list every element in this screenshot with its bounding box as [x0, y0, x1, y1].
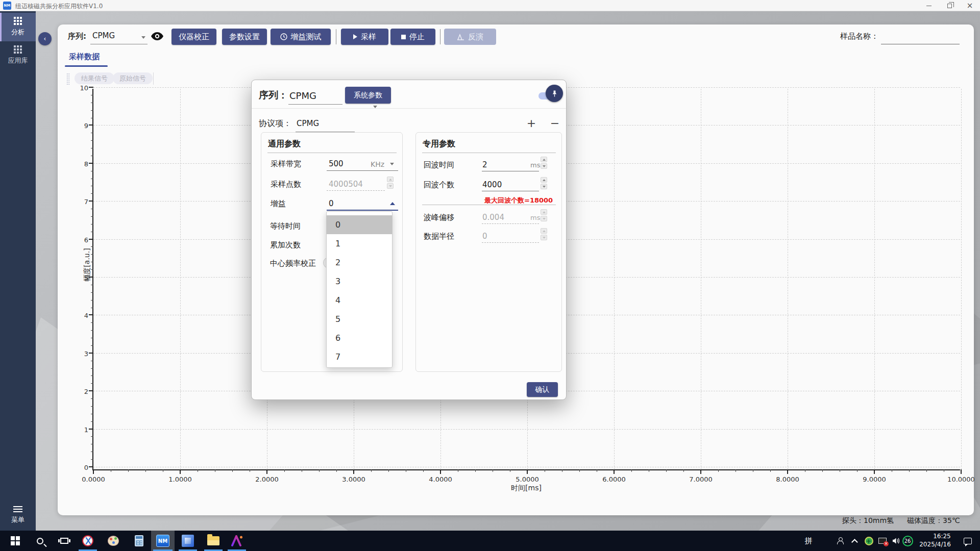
- protocol-label: 协议项：: [259, 118, 291, 129]
- gain-option-6[interactable]: 6: [327, 329, 392, 347]
- people-icon[interactable]: [832, 531, 848, 551]
- chevron-up-icon: [851, 539, 858, 545]
- y-minor-tick: [91, 383, 93, 384]
- battery-percent: 26: [902, 536, 913, 546]
- minimize-button[interactable]: [919, 0, 939, 11]
- sidebar-item-library[interactable]: 应用库: [0, 41, 36, 70]
- taskbar-clock[interactable]: 16:252025/4/16: [917, 531, 953, 551]
- search-button[interactable]: [29, 531, 51, 551]
- chevron-down-icon: [390, 163, 394, 165]
- nm-app-button[interactable]: NM: [151, 531, 175, 551]
- chevron-down-icon: [141, 36, 145, 39]
- network-tray-icon[interactable]: [875, 531, 890, 551]
- remote-app-button[interactable]: [177, 531, 199, 551]
- echo-count-spinner[interactable]: [541, 177, 547, 189]
- gain-option-5[interactable]: 5: [327, 310, 392, 329]
- x-tick-label: 9.0000: [863, 475, 886, 483]
- snipping-tool-icon: [82, 535, 93, 546]
- ai-app-button[interactable]: [226, 531, 248, 551]
- sample-button[interactable]: 采样: [341, 29, 388, 45]
- task-view-icon: [60, 538, 68, 544]
- echo-count-input[interactable]: 4000: [482, 180, 502, 189]
- y-minor-tick: [91, 414, 93, 414]
- network-glyph: [878, 538, 887, 544]
- action-center-button[interactable]: [958, 531, 978, 551]
- y-minor-tick: [91, 269, 93, 270]
- x-minor-tick: [475, 469, 476, 472]
- peak-curve-icon: [457, 34, 464, 40]
- dialog-header: 序列： CPMG 系统参数: [252, 80, 566, 109]
- close-button[interactable]: ×: [960, 0, 980, 11]
- bandwidth-input[interactable]: 500: [329, 159, 344, 168]
- y-tick-mark: [89, 163, 93, 164]
- ime-indicator[interactable]: 拼: [800, 531, 817, 551]
- bandwidth-unit-select[interactable]: KHz: [371, 160, 384, 168]
- pin-button[interactable]: [546, 85, 563, 102]
- gain-dropdown-list: 01234567: [326, 211, 393, 368]
- system-params-button[interactable]: 系统参数: [345, 87, 391, 104]
- toolbar-divider: [440, 29, 440, 44]
- spin-down-icon: [541, 163, 547, 169]
- gain-option-2[interactable]: 2: [327, 253, 392, 272]
- parameter-settings-button[interactable]: 参数设置: [222, 29, 267, 45]
- y-minor-tick: [91, 254, 93, 255]
- x-tick-mark: [787, 469, 788, 474]
- sidebar-collapse-button[interactable]: ‹: [38, 32, 52, 45]
- calculator-button[interactable]: [128, 531, 150, 551]
- y-minor-tick: [91, 232, 93, 232]
- instrument-calibration-button[interactable]: 仪器校正: [172, 29, 216, 45]
- folder-icon: [207, 536, 219, 545]
- remove-protocol-button[interactable]: −: [549, 117, 561, 130]
- gain-option-7[interactable]: 7: [327, 347, 392, 366]
- eye-icon[interactable]: [151, 31, 163, 41]
- tab-sampling-data[interactable]: 采样数据: [69, 52, 100, 62]
- gain-test-button[interactable]: 增益测试: [271, 29, 331, 45]
- snipping-tool-button[interactable]: [77, 531, 99, 551]
- app-logo-icon: NM: [3, 2, 11, 10]
- add-protocol-button[interactable]: +: [525, 117, 537, 130]
- drag-handle-dots[interactable]: [66, 73, 70, 85]
- x-tick-mark: [440, 469, 441, 474]
- sidebar-menu[interactable]: 菜单: [0, 506, 36, 524]
- peak-offset-input: 0.004: [482, 213, 504, 222]
- wait-time-label: 等待时间: [270, 221, 301, 231]
- gain-option-0[interactable]: 0: [327, 215, 392, 234]
- raw-signal-button[interactable]: 原始信号: [113, 72, 153, 84]
- tray-expand-button[interactable]: [848, 531, 863, 551]
- chevron-down-icon: [373, 106, 377, 108]
- clock-icon: [280, 33, 287, 40]
- echo-time-input[interactable]: 2: [482, 160, 487, 169]
- antivirus-tray-icon[interactable]: [862, 531, 876, 551]
- gain-select[interactable]: 0: [329, 199, 334, 208]
- sample-name-input[interactable]: [881, 44, 960, 44]
- restore-button[interactable]: [939, 0, 960, 11]
- echo-time-spinner[interactable]: [541, 157, 547, 169]
- dialog-sequence-select[interactable]: CPMG: [288, 87, 342, 105]
- gain-option-3[interactable]: 3: [327, 272, 392, 291]
- y-minor-tick: [91, 285, 93, 285]
- confirm-button[interactable]: 确认: [527, 382, 558, 397]
- protocol-select[interactable]: CPMG: [296, 118, 355, 132]
- paint-button[interactable]: [102, 531, 125, 551]
- x-gridline: [701, 89, 701, 469]
- gain-option-4[interactable]: 4: [327, 291, 392, 310]
- clock-time: 16:25: [919, 533, 951, 541]
- sequence-select[interactable]: CPMG: [90, 31, 148, 44]
- y-tick-mark: [89, 353, 93, 354]
- sidebar-item-analysis[interactable]: 分析: [0, 13, 36, 41]
- gain-option-1[interactable]: 1: [327, 234, 392, 253]
- start-button[interactable]: [4, 531, 27, 551]
- result-signal-button[interactable]: 结果信号: [75, 72, 114, 84]
- y-tick-mark: [89, 429, 93, 430]
- x-tick-mark: [874, 469, 875, 474]
- y-tick-mark: [89, 314, 93, 315]
- inversion-button[interactable]: 反演: [444, 29, 496, 45]
- stop-button[interactable]: 停止: [390, 29, 435, 45]
- task-view-button[interactable]: [53, 531, 76, 551]
- file-explorer-button[interactable]: [202, 531, 225, 551]
- stop-label: 停止: [409, 32, 425, 42]
- battery-tray-icon[interactable]: 26: [900, 531, 915, 551]
- x-tick-mark: [180, 469, 181, 474]
- y-tick-label: 8: [71, 160, 88, 167]
- spin-up-icon: [541, 177, 547, 183]
